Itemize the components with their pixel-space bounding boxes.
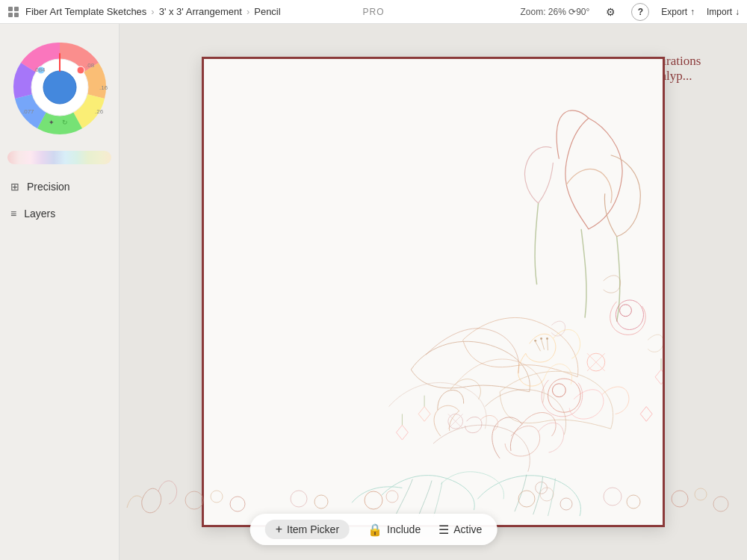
svg-text:↻: ↻: [62, 119, 68, 126]
layers-label: Layers: [24, 208, 55, 220]
include-label: Include: [387, 523, 421, 535]
layers-icon: ≡: [10, 208, 16, 220]
item-picker-label: Item Picker: [287, 523, 339, 535]
active-button[interactable]: ☰ Active: [438, 523, 482, 537]
sidebar-item-precision[interactable]: ⊞ Precision: [0, 173, 119, 200]
svg-text:.084: .084: [34, 66, 46, 73]
svg-text:.08: .08: [86, 62, 95, 69]
precision-icon: ⊞: [10, 181, 19, 193]
lock-icon: 🔒: [368, 523, 382, 537]
pro-badge: PRO: [362, 7, 384, 17]
svg-rect-2: [8, 13, 13, 17]
sidebar-item-layers[interactable]: ≡ Layers: [0, 200, 119, 227]
bottom-toolbar: + Item Picker 🔒 Include ☰ Active: [250, 514, 498, 545]
svg-point-7: [77, 66, 84, 74]
active-label: Active: [453, 523, 482, 535]
tool-name[interactable]: Pencil: [254, 6, 280, 17]
include-button[interactable]: 🔒 Include: [368, 523, 421, 537]
settings-button[interactable]: ⚙: [601, 3, 619, 21]
export-button[interactable]: Export ↑: [661, 7, 695, 17]
svg-text:.16: .16: [99, 84, 108, 91]
color-wheel[interactable]: .084 .08 .16 .26 .077 ✦ ↻: [11, 39, 108, 136]
svg-point-5: [43, 71, 76, 104]
app-name[interactable]: Fiber Art Template Sketches: [25, 6, 146, 17]
main-canvas-area: Inspirations Eucalyp...: [120, 24, 747, 560]
topbar: Fiber Art Template Sketches › 3' x 3' Ar…: [0, 0, 747, 24]
svg-point-24: [546, 337, 548, 340]
svg-point-23: [540, 337, 542, 340]
plus-icon: +: [276, 523, 282, 536]
help-button[interactable]: ?: [631, 3, 649, 21]
color-wheel-area: .084 .08 .16 .26 .077 ✦ ↻: [0, 24, 119, 151]
svg-rect-1: [14, 7, 19, 11]
svg-point-28: [185, 491, 203, 509]
svg-rect-3: [14, 13, 19, 17]
color-gradient-bar[interactable]: [7, 151, 111, 164]
svg-rect-16: [204, 59, 663, 525]
zoom-info: Zoom: 26% ⟳90°: [520, 7, 589, 17]
svg-point-40: [672, 491, 688, 507]
svg-point-22: [534, 340, 536, 342]
breadcrumb: Fiber Art Template Sketches › 3' x 3' Ar…: [25, 6, 520, 17]
svg-point-41: [695, 488, 707, 500]
sidebar: .084 .08 .16 .26 .077 ✦ ↻ ⊞ Precision ≡ …: [0, 24, 120, 560]
item-picker-button[interactable]: + Item Picker: [265, 520, 350, 539]
svg-text:.26: .26: [95, 108, 104, 115]
top-right-controls: Zoom: 26% ⟳90° ⚙ ? Export ↑ Import ↓: [520, 3, 740, 21]
svg-text:✦: ✦: [49, 119, 55, 126]
precision-label: Precision: [27, 181, 70, 193]
svg-text:.077: .077: [22, 108, 34, 115]
svg-rect-0: [8, 7, 13, 11]
import-button[interactable]: Import ↓: [707, 7, 740, 17]
arrangement-name[interactable]: 3' x 3' Arrangement: [159, 6, 242, 17]
svg-point-42: [713, 497, 728, 511]
canvas-frame[interactable]: [202, 57, 665, 527]
app-icon: [7, 6, 19, 18]
layers-icon: ☰: [438, 523, 449, 537]
sidebar-nav: ⊞ Precision ≡ Layers: [0, 170, 119, 230]
